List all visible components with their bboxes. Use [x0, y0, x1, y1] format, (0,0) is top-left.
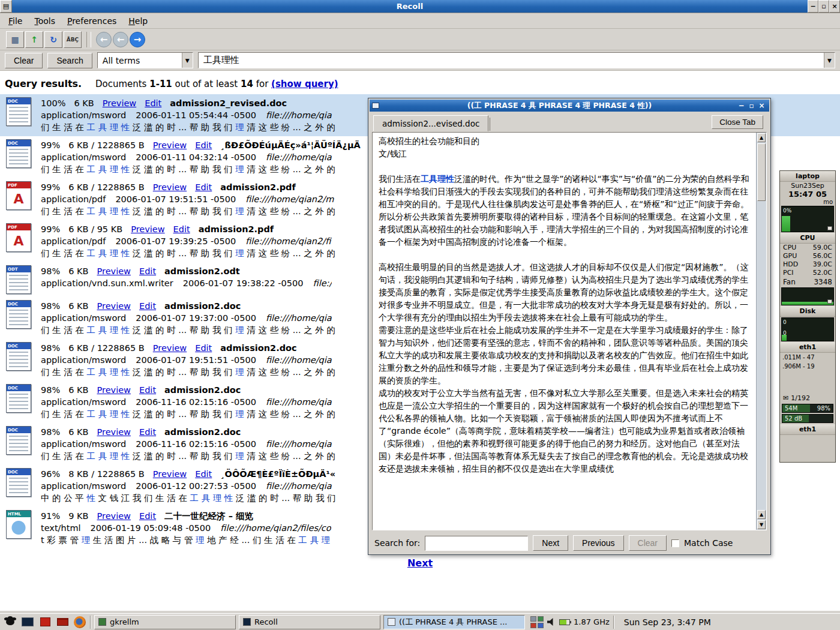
- wireless-meter[interactable]: 52 dB: [782, 414, 833, 423]
- snippet-text: 我们生活在: [379, 174, 421, 184]
- close-icon[interactable]: ×: [829, 0, 840, 13]
- preview-link[interactable]: Preview: [103, 98, 136, 108]
- result-score: 98%: [41, 301, 60, 311]
- edit-link[interactable]: Edit: [139, 511, 156, 521]
- cpu-chart[interactable]: 0%: [781, 206, 834, 232]
- scroll-down-icon[interactable]: ▼: [757, 520, 766, 529]
- menu-preferences[interactable]: Preferences: [62, 14, 121, 28]
- preview-titlebar[interactable]: ((工 PHRASE 4 具 PHRASE 4 理 PHRASE 4 性)) −…: [370, 100, 769, 112]
- memory-meter[interactable]: 54M 98%: [782, 404, 833, 413]
- edit-link[interactable]: Edit: [195, 469, 212, 479]
- tray-icon[interactable]: [530, 623, 536, 628]
- preview-maximize-icon[interactable]: ▫: [746, 101, 757, 110]
- preview-link[interactable]: Preview: [97, 301, 131, 311]
- preview-link[interactable]: Preview: [131, 224, 164, 234]
- disk-chart[interactable]: 0 0: [781, 317, 834, 341]
- preview-link[interactable]: Preview: [97, 511, 131, 521]
- edit-link[interactable]: Edit: [195, 140, 212, 150]
- file-icon-body: [9, 149, 28, 165]
- fan-chart[interactable]: [781, 287, 834, 305]
- menu-help[interactable]: Help: [124, 14, 152, 28]
- scrollbar-thumb[interactable]: [757, 143, 766, 201]
- query-detail-icon[interactable]: ▦: [6, 31, 24, 48]
- window-menu-icon[interactable]: ▤: [0, 0, 12, 13]
- preview-tab[interactable]: admission2...evised.doc: [373, 115, 488, 131]
- menu-file[interactable]: File: [4, 14, 27, 28]
- edit-link[interactable]: Edit: [195, 343, 212, 353]
- scroll-up-icon[interactable]: ▲: [757, 133, 766, 142]
- prev-page-icon[interactable]: ←: [113, 32, 128, 47]
- preview-link[interactable]: Preview: [153, 469, 187, 479]
- maximize-icon[interactable]: ▫: [818, 0, 829, 13]
- menu-tools[interactable]: Tools: [29, 14, 60, 28]
- minimize-icon[interactable]: −: [808, 0, 818, 13]
- preview-link[interactable]: Preview: [153, 343, 187, 353]
- doc-file-icon: DOC: [6, 468, 31, 497]
- result-mimetype: application/vnd.sun.xml.writer: [41, 278, 173, 288]
- show-query-link[interactable]: (show query): [271, 79, 338, 89]
- preview-minimize-icon[interactable]: −: [736, 101, 746, 110]
- edit-link[interactable]: Edit: [195, 182, 212, 192]
- gkrellm-hostname[interactable]: laptop: [780, 171, 835, 182]
- match-case-checkbox[interactable]: [671, 539, 679, 547]
- term-explorer-icon[interactable]: ÂBÇ: [64, 31, 82, 48]
- edit-link[interactable]: Edit: [139, 266, 156, 276]
- battery-icon[interactable]: [559, 619, 570, 625]
- search-mode-select[interactable]: All terms ▼: [97, 52, 193, 68]
- edit-link[interactable]: Edit: [145, 98, 161, 108]
- preview-link[interactable]: Preview: [97, 427, 131, 437]
- volume-icon[interactable]: [547, 618, 556, 626]
- gkrellm-time: 15:47 05: [780, 190, 835, 199]
- fan-label: Fan: [783, 278, 796, 286]
- preview-link[interactable]: Preview: [153, 140, 187, 150]
- edit-link[interactable]: Edit: [139, 301, 156, 311]
- preview-link[interactable]: Preview: [97, 266, 131, 276]
- search-input[interactable]: 工具理性 ▼: [198, 52, 835, 68]
- menubar: File Tools Preferences Help: [0, 13, 840, 29]
- first-page-icon[interactable]: ←: [96, 32, 112, 47]
- preview-search-input[interactable]: [425, 536, 528, 551]
- edit-link[interactable]: Edit: [139, 427, 156, 437]
- mail-row[interactable]: ✉ 1/192: [780, 394, 835, 403]
- tray-icon[interactable]: [538, 616, 544, 622]
- preview-document-text[interactable]: 高校招生的社会功能和目的文/钱江我们生活在工具理性泛滥的时代。作为“世之显学”的…: [379, 135, 753, 527]
- preview-close-icon[interactable]: ×: [757, 101, 767, 110]
- snippet-text: 高校招生最明显的目的当然是选拔人才。但这选拔人才的目标却不仅仅是人们假定“因材施…: [379, 262, 749, 322]
- result-mimetype: application/msword: [41, 481, 126, 491]
- preview-previous-button[interactable]: Previous: [573, 535, 623, 551]
- preview-link[interactable]: Preview: [153, 182, 187, 192]
- taskbar-task-button[interactable]: ((工 PHRASE 4 具 PHRASE ...: [383, 615, 525, 629]
- preview-clear-button[interactable]: Clear: [629, 535, 667, 551]
- chevron-down-icon[interactable]: ▼: [182, 53, 193, 68]
- edit-link[interactable]: Edit: [139, 385, 156, 395]
- edit-link[interactable]: Edit: [173, 224, 190, 234]
- tray-icon[interactable]: [538, 623, 544, 628]
- next-page-link[interactable]: Next: [407, 557, 433, 569]
- chevron-down-icon[interactable]: ▼: [824, 53, 835, 68]
- toolbar: ▦ ↑ ↻ ÂBÇ ← ← →: [0, 29, 840, 50]
- titlebar-drag-area[interactable]: Recoll: [12, 0, 808, 13]
- terminal-launcher[interactable]: [20, 615, 35, 629]
- disk-section-label[interactable]: Disk: [780, 306, 835, 317]
- sort-icon[interactable]: ↑: [25, 31, 43, 48]
- window-manager-launcher[interactable]: [3, 615, 17, 629]
- clear-button[interactable]: Clear: [5, 53, 43, 68]
- tray-icon[interactable]: [530, 616, 536, 622]
- next-page-icon[interactable]: →: [130, 32, 145, 47]
- close-tab-button[interactable]: Close Tab: [712, 115, 763, 129]
- taskbar-task-button[interactable]: gkrellm: [94, 615, 236, 629]
- search-button[interactable]: Search: [47, 53, 92, 68]
- scroll-up2-icon[interactable]: ▲: [757, 510, 766, 519]
- app-launcher-2[interactable]: [55, 615, 70, 629]
- browser-launcher[interactable]: [73, 615, 87, 629]
- preview-next-button[interactable]: Next: [533, 535, 568, 551]
- net-section-label[interactable]: eth1: [780, 342, 835, 353]
- taskbar-clock[interactable]: Sun Sep 23, 3:47 PM: [618, 617, 716, 627]
- taskbar-task-button[interactable]: Recoll: [239, 615, 380, 629]
- preview-link[interactable]: Preview: [97, 385, 131, 395]
- preview-scrollbar[interactable]: ▲ ▲ ▼: [756, 133, 766, 530]
- app-launcher-1[interactable]: [38, 615, 52, 629]
- update-index-icon[interactable]: ↻: [44, 31, 62, 48]
- gkrellm-bottom-label[interactable]: eth1: [780, 424, 835, 435]
- cpu-section-label[interactable]: CPU: [780, 233, 835, 244]
